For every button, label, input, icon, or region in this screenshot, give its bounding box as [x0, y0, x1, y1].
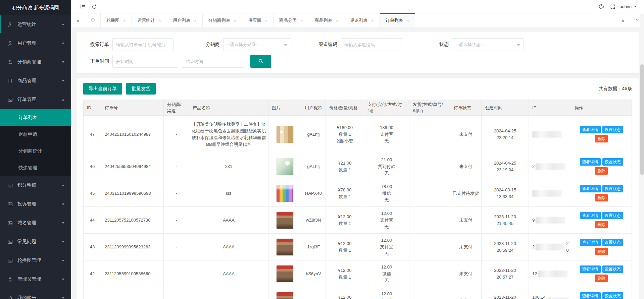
- set-status-button[interactable]: 设置状态: [602, 126, 623, 133]
- delete-button[interactable]: 删除: [595, 135, 608, 142]
- tab-close-icon[interactable]: ×: [371, 18, 374, 23]
- tab-close-icon[interactable]: ×: [300, 18, 303, 23]
- channel-code-input[interactable]: [341, 38, 402, 51]
- sidebar-item-complaint-management[interactable]: 投诉管理: [0, 195, 71, 214]
- sidebar-item-user-management[interactable]: 用户管理: [0, 34, 71, 53]
- ip-blur: [536, 163, 565, 170]
- tab-close-icon[interactable]: ×: [123, 18, 126, 23]
- tab-close-icon[interactable]: ×: [194, 18, 197, 23]
- actions-line: 删除: [573, 194, 630, 201]
- tabs-scroll-right[interactable]: »: [616, 13, 630, 27]
- sidebar-item-my-account[interactable]: 我的账号: [0, 289, 71, 299]
- cell-payment: 12.00微信无: [364, 260, 409, 287]
- tab-close-icon[interactable]: ×: [336, 18, 339, 23]
- product-image[interactable]: [276, 265, 294, 283]
- tab-goods-list[interactable]: 商品列表×: [309, 13, 345, 27]
- sidebar-item-operation-stats[interactable]: 运营统计: [0, 15, 71, 34]
- tab-banner[interactable]: 轮播图×: [101, 13, 132, 27]
- view-detail-button[interactable]: 查看详情: [580, 265, 601, 273]
- tab-close-icon[interactable]: ×: [234, 18, 237, 23]
- sidebar-subitem-distributor-stats[interactable]: 分销商统计: [0, 142, 71, 159]
- user-menu[interactable]: admin: [618, 4, 638, 9]
- view-detail-button[interactable]: 查看详情: [580, 158, 601, 166]
- chevron-down-icon: [62, 279, 64, 280]
- delete-button[interactable]: 删除: [595, 167, 608, 175]
- sidebar-item-faq[interactable]: 常见问题: [0, 232, 71, 251]
- tab-distributor-list[interactable]: 分销商列表×: [203, 13, 243, 27]
- order-time-label: 下单时间: [85, 58, 109, 64]
- set-status-button[interactable]: 设置状态: [602, 185, 623, 192]
- product-image[interactable]: [276, 292, 294, 299]
- refresh-icon[interactable]: [89, 0, 100, 13]
- sidebar-item-goods-management[interactable]: 商品管理: [0, 71, 71, 90]
- set-status-button[interactable]: 设置状态: [602, 265, 623, 273]
- cell-payment: 189.00支付宝无: [364, 116, 409, 153]
- sidebar-item-order-management[interactable]: 订单管理: [0, 90, 71, 109]
- sidebar-subitem-order-list[interactable]: 订单列表: [0, 109, 71, 126]
- sidebar-item-distributor-management[interactable]: 分销商管理: [0, 53, 71, 71]
- tabs-scroll-left[interactable]: «: [71, 13, 85, 27]
- sidebar-item-banner-management[interactable]: 轮播图管理: [0, 251, 71, 270]
- tab-comment-list[interactable]: 评论列表×: [344, 13, 380, 27]
- delete-button[interactable]: 删除: [595, 275, 608, 282]
- product-image[interactable]: [276, 212, 294, 229]
- tab-close-icon[interactable]: ×: [265, 18, 267, 23]
- vertical-scrollbar-thumb[interactable]: [640, 64, 644, 175]
- vertical-scrollbar[interactable]: [640, 14, 644, 299]
- ip-blur: [532, 131, 562, 138]
- view-detail-button[interactable]: 查看详情: [580, 126, 601, 133]
- cell-product-name: AAAA: [189, 287, 268, 299]
- product-image[interactable]: [276, 238, 294, 256]
- cell-id: 42: [84, 260, 101, 287]
- set-status-button[interactable]: 设置状态: [602, 239, 623, 246]
- product-image[interactable]: [276, 185, 294, 202]
- cell-line: 78.00: [366, 183, 407, 190]
- search-order-label: 搜索订单: [85, 42, 109, 48]
- set-status-button[interactable]: 设置状态: [602, 158, 623, 166]
- bulk-ship-button[interactable]: 批量发货: [126, 83, 156, 95]
- filter-row-1: 搜索订单 分销商 --请选择分销商-- 渠道编码 状态 --请选择状态--: [85, 38, 630, 51]
- cell-line: 无: [366, 224, 407, 230]
- tab-home[interactable]: [85, 13, 101, 27]
- sidebar-item-domain-management[interactable]: 域名管理: [0, 214, 71, 232]
- sidebar-scrollbar-thumb[interactable]: [0, 15, 1, 33]
- sidebar-subitem-refund-request[interactable]: 退款申请: [0, 126, 71, 142]
- tab-order-list[interactable]: 订单列表×: [380, 13, 415, 27]
- export-orders-button[interactable]: 导出当前订单: [83, 83, 122, 95]
- sidebar-item-points-detail[interactable]: 积分明细: [0, 176, 71, 195]
- fullscreen-icon[interactable]: [607, 0, 618, 13]
- distributor-select[interactable]: --请选择分销商--: [223, 38, 291, 51]
- view-detail-button[interactable]: 查看详情: [580, 292, 601, 299]
- delete-button[interactable]: 删除: [595, 221, 608, 228]
- delete-button[interactable]: 删除: [595, 194, 608, 201]
- status-select[interactable]: --请选择状态--: [452, 38, 524, 51]
- tab-operation-stats[interactable]: 运营统计×: [132, 13, 167, 27]
- cell-product-name: AAAA: [189, 260, 268, 287]
- start-time-input[interactable]: [112, 55, 177, 68]
- view-detail-button[interactable]: 查看详情: [580, 185, 601, 192]
- search-order-input[interactable]: [112, 38, 174, 51]
- distributor-label: 分销商: [196, 42, 220, 48]
- tab-close-icon[interactable]: ×: [159, 18, 161, 23]
- tab-supplier[interactable]: 供应商×: [242, 13, 274, 27]
- product-image[interactable]: [276, 126, 294, 143]
- search-button[interactable]: [250, 55, 271, 68]
- set-status-button[interactable]: 设置状态: [602, 292, 623, 299]
- cell-actions: 查看详情设置状态删除: [571, 153, 632, 180]
- product-image[interactable]: [276, 158, 294, 175]
- sidebar-subitem-express-management[interactable]: 快递管理: [0, 159, 71, 176]
- menu-toggle-icon[interactable]: [77, 0, 89, 13]
- set-status-button[interactable]: 设置状态: [602, 212, 623, 219]
- delete-button[interactable]: 删除: [595, 248, 608, 255]
- end-time-input[interactable]: [182, 55, 244, 68]
- view-detail-button[interactable]: 查看详情: [580, 239, 601, 246]
- theme-palette-icon[interactable]: [596, 0, 607, 13]
- view-detail-button[interactable]: 查看详情: [580, 212, 601, 219]
- cell-order-no: 2311209999995623263: [101, 234, 164, 260]
- sidebar-item-admin-management[interactable]: 管理员管理: [0, 270, 71, 289]
- tab-user-list[interactable]: 用户列表×: [167, 13, 203, 27]
- tab-close-icon[interactable]: ×: [407, 18, 409, 23]
- cell-image: [268, 180, 301, 207]
- sidebar-submenu: 订单列表退款申请分销商统计快递管理: [0, 109, 71, 176]
- tab-goods-category[interactable]: 商品分类×: [274, 13, 309, 27]
